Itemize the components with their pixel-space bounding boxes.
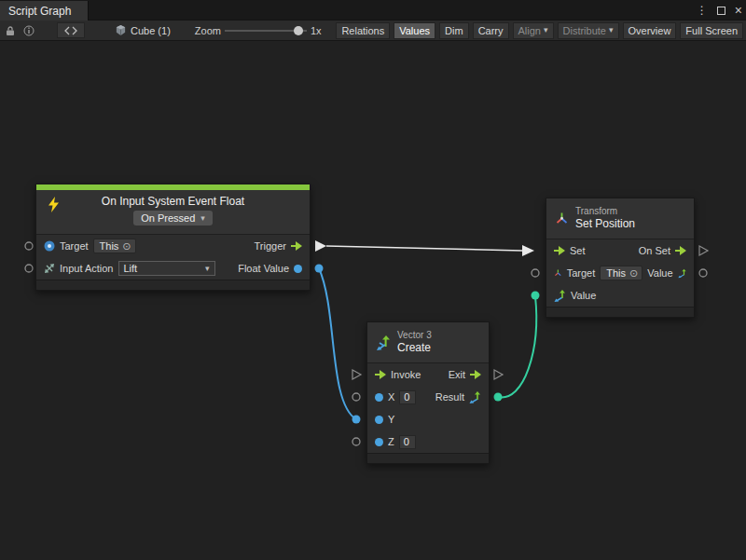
dropdown-caret-icon: ▾ (200, 214, 205, 223)
zoom-value: 1x (311, 25, 322, 36)
z-outer-port[interactable] (352, 438, 360, 445)
node-title: On Input System Event Float (42, 195, 304, 208)
object-picker-icon[interactable]: ⊙ (629, 268, 638, 279)
vector3-type-icon[interactable] (554, 290, 566, 302)
dropdown-caret-icon: ▾ (544, 26, 548, 34)
on-set-port-icon[interactable] (675, 246, 686, 255)
maximize-icon[interactable] (717, 7, 725, 15)
edge-result-to-value[interactable] (498, 296, 536, 397)
relations-button[interactable]: Relations (336, 22, 390, 39)
exit-outer-port[interactable] (494, 370, 503, 379)
lightning-icon (48, 197, 60, 212)
trigger-output-port[interactable] (315, 240, 326, 252)
invoke-label: Invoke (391, 369, 421, 380)
cube-icon (115, 24, 127, 36)
z-port[interactable] (375, 438, 383, 446)
y-label: Y (388, 414, 394, 425)
x-outer-port[interactable] (352, 393, 360, 401)
window-menu-icon[interactable]: ⋮ (697, 5, 708, 16)
vector3-type-icon[interactable] (469, 391, 481, 403)
tab-script-graph[interactable]: Script Graph (0, 1, 89, 20)
edge-trigger-to-set[interactable] (326, 246, 522, 251)
transform-target-outer-port[interactable] (532, 269, 539, 277)
dim-button[interactable]: Dim (439, 22, 469, 39)
node-vector3-create[interactable]: Vector 3 Create Invoke Exit X 0 Result Y… (366, 321, 490, 464)
exit-port-icon[interactable] (470, 370, 481, 379)
trigger-port-icon[interactable] (291, 241, 302, 251)
on-set-outer-port[interactable] (699, 246, 708, 255)
node-category: Transform (575, 206, 635, 218)
vector3-type-icon[interactable] (678, 267, 686, 280)
set-label: Set (570, 245, 586, 256)
node-on-input-system-event-float[interactable]: On Input System Event Float On Pressed ▾… (35, 184, 311, 291)
target-label: Target (60, 240, 89, 252)
result-label: Result (435, 391, 464, 403)
invoke-outer-port[interactable] (352, 370, 361, 379)
transform-target-row: Target This ⊙ Value (546, 262, 694, 284)
y-port[interactable] (375, 416, 383, 424)
sidebar-toggle-button[interactable] (57, 22, 85, 38)
y-row: Y (367, 408, 489, 430)
x-label: X (388, 391, 394, 403)
distribute-button[interactable]: Distribute ▾ (558, 22, 619, 39)
input-action-label: Input Action (60, 263, 114, 274)
graph-toolbar: Cube (1) Zoom 1x Relations Values Dim Ca… (0, 20, 746, 41)
set-port-icon[interactable] (554, 246, 565, 255)
fullscreen-button[interactable]: Full Screen (680, 22, 743, 39)
trigger-label: Trigger (255, 240, 286, 252)
x-input[interactable]: 0 (399, 390, 416, 404)
node-title: Create (397, 341, 432, 355)
edge-floatvalue-to-y[interactable] (319, 268, 356, 419)
x-port[interactable] (375, 393, 383, 402)
set-input-arrow[interactable] (522, 245, 534, 256)
event-action-outer-port[interactable] (25, 265, 33, 272)
window-controls: ⋮ × (697, 0, 742, 20)
zoom-slider[interactable] (225, 23, 307, 38)
transform-value-out-outer-port[interactable] (699, 269, 707, 277)
event-node-header: On Input System Event Float On Pressed ▾ (36, 190, 310, 235)
transform-target-object-field[interactable]: This ⊙ (600, 266, 642, 280)
zoom-label: Zoom (195, 25, 221, 36)
float-value-outer-port[interactable] (315, 265, 324, 273)
align-button[interactable]: Align ▾ (513, 22, 554, 39)
transform-mini-icon (554, 267, 562, 279)
dropdown-caret-icon: ▾ (609, 26, 614, 34)
value-in-label: Value (571, 290, 596, 301)
info-icon[interactable] (21, 23, 36, 38)
overview-button[interactable]: Overview (623, 22, 677, 39)
script-graph-window: Script Graph ⋮ × Cube (1) Zoom 1x Relati… (0, 0, 746, 560)
y-outer-port[interactable] (352, 416, 361, 424)
event-target-outer-port[interactable] (25, 242, 33, 250)
carry-button[interactable]: Carry (473, 22, 509, 39)
float-value-port[interactable] (294, 265, 302, 273)
result-outer-port[interactable] (494, 393, 503, 402)
set-row: Set On Set (546, 239, 694, 262)
graph-owner-button[interactable]: Cube (1) (115, 24, 171, 36)
object-picker-icon[interactable]: ⊙ (122, 241, 131, 252)
z-label: Z (388, 436, 394, 447)
target-label: Target (567, 267, 596, 279)
player-input-icon (44, 240, 55, 252)
tab-bar: Script Graph ⋮ × (0, 0, 746, 20)
invoke-port-icon[interactable] (375, 370, 386, 379)
node-transform-set-position[interactable]: Transform Set Position Set On Set Target… (546, 198, 695, 318)
value-outer-port[interactable] (532, 292, 540, 300)
on-set-label: On Set (639, 245, 670, 256)
node-footer (36, 280, 310, 290)
node-category: Vector 3 (397, 330, 432, 342)
event-mode-dropdown[interactable]: On Pressed ▾ (133, 211, 213, 225)
lock-icon[interactable] (3, 23, 18, 38)
z-input[interactable]: 0 (399, 435, 416, 449)
close-icon[interactable]: × (735, 4, 742, 17)
input-action-row: Input Action Lift ▾ Float Value (36, 257, 310, 280)
graph-owner-label: Cube (1) (131, 25, 171, 36)
event-target-row: Target This ⊙ Trigger (36, 235, 310, 257)
value-out-label: Value (647, 267, 672, 279)
tab-title: Script Graph (8, 5, 71, 18)
zoom-slider-knob[interactable] (294, 26, 303, 35)
input-action-dropdown[interactable]: Lift ▾ (118, 261, 215, 276)
z-row: Z 0 (367, 430, 489, 453)
event-target-object-field[interactable]: This ⊙ (93, 239, 136, 253)
chevrons-icon (64, 26, 77, 35)
values-button[interactable]: Values (394, 22, 435, 39)
